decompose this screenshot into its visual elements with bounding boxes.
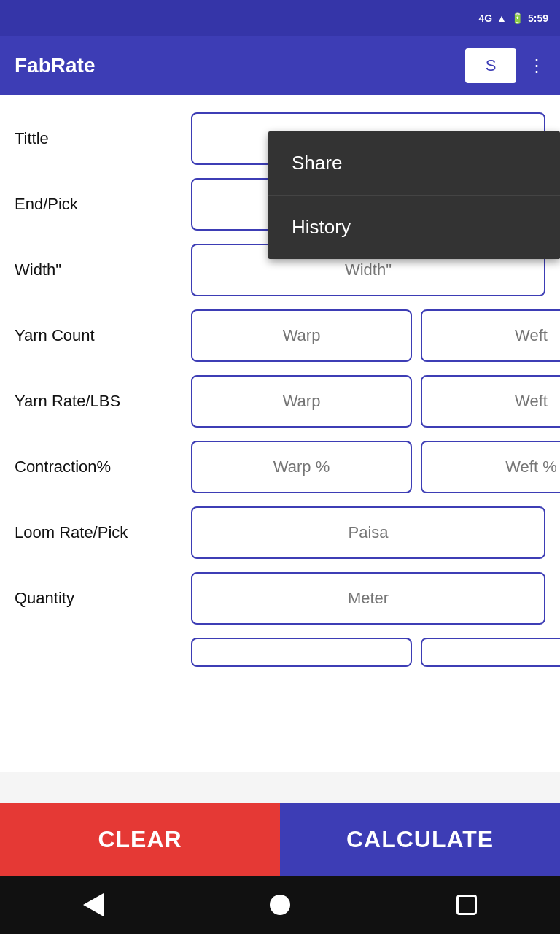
yarn-count-weft-input[interactable] bbox=[421, 309, 560, 362]
yarn-count-warp-input[interactable] bbox=[191, 309, 412, 362]
recents-button[interactable] bbox=[445, 883, 489, 927]
yarn-count-inputs bbox=[191, 309, 560, 362]
extra-inputs bbox=[191, 638, 560, 667]
home-button[interactable] bbox=[258, 883, 302, 927]
loom-rate-input[interactable] bbox=[191, 506, 545, 559]
app-title: FabRate bbox=[15, 54, 454, 77]
quantity-row: Quantity bbox=[15, 572, 545, 625]
title-label: Tittle bbox=[15, 129, 182, 148]
clear-button[interactable]: CLEAR bbox=[0, 803, 280, 876]
history-menu-item[interactable]: History bbox=[268, 196, 560, 259]
width-label: Width" bbox=[15, 260, 182, 279]
yarn-count-label: Yarn Count bbox=[15, 326, 182, 345]
yarn-rate-warp-input[interactable] bbox=[191, 375, 412, 428]
navigation-bar bbox=[0, 876, 560, 934]
signal-icon: 4G bbox=[478, 12, 492, 24]
search-button[interactable]: S bbox=[465, 48, 516, 83]
battery-icon: 🔋 bbox=[511, 12, 524, 24]
extra-input-2[interactable] bbox=[421, 638, 560, 667]
back-icon bbox=[83, 893, 104, 916]
dropdown-menu: Share History bbox=[268, 131, 560, 259]
yarn-rate-weft-input[interactable] bbox=[421, 375, 560, 428]
yarn-rate-row: Yarn Rate/LBS bbox=[15, 375, 545, 428]
status-icons: 4G ▲ 🔋 5:59 bbox=[478, 12, 548, 24]
yarn-rate-inputs bbox=[191, 375, 560, 428]
end-pick-label: End/Pick bbox=[15, 195, 182, 214]
time-display: 5:59 bbox=[528, 12, 548, 24]
share-menu-item[interactable]: Share bbox=[268, 131, 560, 196]
back-button[interactable] bbox=[71, 883, 115, 927]
yarn-count-row: Yarn Count bbox=[15, 309, 545, 362]
loom-rate-inputs bbox=[191, 506, 545, 559]
action-buttons: CLEAR CALCULATE bbox=[0, 803, 560, 876]
calculate-button[interactable]: CALCULATE bbox=[280, 803, 560, 876]
quantity-inputs bbox=[191, 572, 545, 625]
recents-icon bbox=[456, 895, 477, 915]
quantity-label: Quantity bbox=[15, 589, 182, 608]
status-bar: 4G ▲ 🔋 5:59 bbox=[0, 0, 560, 36]
contraction-weft-input[interactable] bbox=[421, 441, 560, 493]
extra-input-1[interactable] bbox=[191, 638, 412, 667]
contraction-warp-input[interactable] bbox=[191, 441, 412, 493]
quantity-input[interactable] bbox=[191, 572, 545, 625]
contraction-label: Contraction% bbox=[15, 458, 182, 476]
home-icon bbox=[270, 895, 290, 915]
loom-rate-label: Loom Rate/Pick bbox=[15, 523, 182, 542]
signal-bars: ▲ bbox=[497, 12, 507, 24]
more-options-button[interactable]: ⋮ bbox=[528, 55, 545, 76]
app-bar: FabRate S ⋮ Share History bbox=[0, 36, 560, 95]
loom-rate-row: Loom Rate/Pick bbox=[15, 506, 545, 559]
contraction-inputs bbox=[191, 441, 560, 493]
contraction-row: Contraction% bbox=[15, 441, 545, 493]
yarn-rate-label: Yarn Rate/LBS bbox=[15, 392, 182, 411]
extra-row bbox=[15, 638, 545, 667]
